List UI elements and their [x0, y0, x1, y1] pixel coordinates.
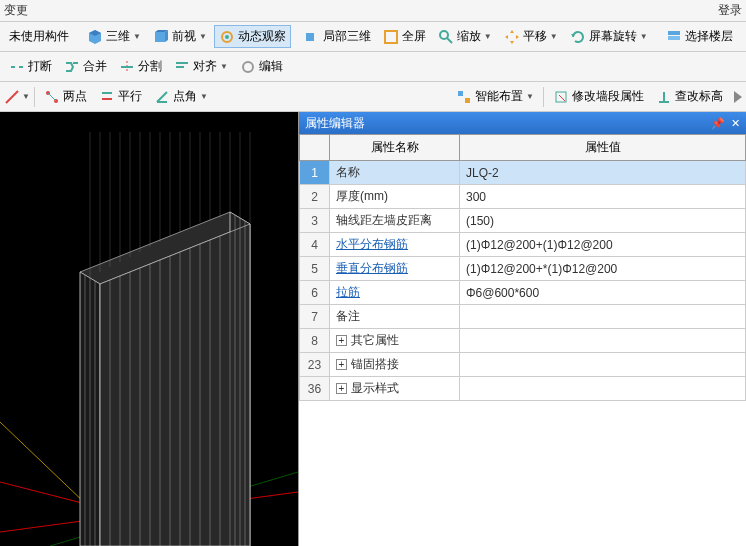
property-row[interactable]: 6拉筋Φ6@600*600 [300, 281, 746, 305]
property-row[interactable]: 2厚度(mm)300 [300, 185, 746, 209]
row-number: 5 [300, 257, 330, 281]
property-value[interactable]: (1)Φ12@200+(1)Φ12@200 [460, 233, 746, 257]
prop-name-header: 属性名称 [330, 135, 460, 161]
menu-change[interactable]: 变更 [4, 2, 28, 19]
elevation-icon [656, 89, 672, 105]
chevron-down-icon: ▼ [199, 32, 207, 41]
property-table: 属性名称 属性值 1名称JLQ-22厚度(mm)3003轴线距左墙皮距离(150… [299, 134, 746, 401]
prop-value-header: 属性值 [460, 135, 746, 161]
svg-rect-7 [668, 31, 680, 35]
close-icon[interactable]: ✕ [731, 117, 740, 130]
floor-icon [666, 29, 682, 45]
check-elevation-button[interactable]: 查改标高 [651, 85, 728, 108]
front-view-button[interactable]: 前视▼ [148, 25, 212, 48]
property-name: 轴线距左墙皮距离 [330, 209, 460, 233]
expand-icon[interactable]: + [336, 359, 347, 370]
svg-rect-23 [465, 98, 470, 103]
row-number: 8 [300, 329, 330, 353]
property-value[interactable] [460, 353, 746, 377]
draw-toolbar: ▼ 两点 平行 点角▼ 智能布置▼ 修改墙段属性 查改标高 [0, 82, 746, 112]
zoom-icon [438, 29, 454, 45]
pan-icon [504, 29, 520, 45]
unused-components-button[interactable]: 未使用构件 [4, 25, 74, 48]
split-button[interactable]: 分割 [114, 55, 167, 78]
zoom-button[interactable]: 缩放▼ [433, 25, 497, 48]
row-number: 4 [300, 233, 330, 257]
expand-arrow[interactable] [734, 91, 742, 103]
edit-toolbar: 打断 合并 分割 对齐▼ 编辑 [0, 52, 746, 82]
fullscreen-button[interactable]: 全屏 [378, 25, 431, 48]
property-value[interactable]: (1)Φ12@200+*(1)Φ12@200 [460, 257, 746, 281]
parallel-icon [99, 89, 115, 105]
svg-point-15 [243, 62, 253, 72]
main-toolbar: 未使用构件 三维▼ 前视▼ 动态观察 局部三维 全屏 缩放▼ 平移▼ 屏幕旋转▼… [0, 22, 746, 52]
chevron-down-icon: ▼ [22, 92, 30, 101]
view-3d-button[interactable]: 三维▼ [82, 25, 146, 48]
svg-rect-8 [668, 36, 680, 40]
row-number: 23 [300, 353, 330, 377]
property-row[interactable]: 23+锚固搭接 [300, 353, 746, 377]
3d-viewport[interactable] [0, 112, 298, 546]
orbit-icon [219, 29, 235, 45]
split-icon [119, 59, 135, 75]
property-name: +显示样式 [330, 377, 460, 401]
property-value[interactable] [460, 305, 746, 329]
property-row[interactable]: 3轴线距左墙皮距离(150) [300, 209, 746, 233]
expand-icon[interactable]: + [336, 383, 347, 394]
property-editor-panel: 属性编辑器 📌 ✕ 属性名称 属性值 1名称JLQ-22厚度(mm)3003轴线… [298, 112, 746, 546]
property-name: +其它属性 [330, 329, 460, 353]
point-angle-button[interactable]: 点角▼ [149, 85, 213, 108]
row-number: 7 [300, 305, 330, 329]
fullscreen-icon [383, 29, 399, 45]
property-value[interactable]: 300 [460, 185, 746, 209]
property-value[interactable] [460, 329, 746, 353]
property-value[interactable] [460, 377, 746, 401]
property-row[interactable]: 5垂直分布钢筋(1)Φ12@200+*(1)Φ12@200 [300, 257, 746, 281]
property-row[interactable]: 4水平分布钢筋(1)Φ12@200+(1)Φ12@200 [300, 233, 746, 257]
merge-icon [64, 59, 80, 75]
break-button[interactable]: 打断 [4, 55, 57, 78]
svg-rect-22 [458, 91, 463, 96]
property-name[interactable]: 水平分布钢筋 [330, 233, 460, 257]
wall-3d-model [0, 112, 298, 546]
property-row[interactable]: 8+其它属性 [300, 329, 746, 353]
align-button[interactable]: 对齐▼ [169, 55, 233, 78]
smart-layout-button[interactable]: 智能布置▼ [451, 85, 539, 108]
property-name[interactable]: 拉筋 [330, 281, 460, 305]
local-3d-button[interactable]: 局部三维 [299, 25, 376, 48]
property-value[interactable]: JLQ-2 [460, 161, 746, 185]
property-name[interactable]: 垂直分布钢筋 [330, 257, 460, 281]
chevron-down-icon: ▼ [200, 92, 208, 101]
pin-icon[interactable]: 📌 [711, 117, 725, 130]
dynamic-observe-button[interactable]: 动态观察 [214, 25, 291, 48]
separator [543, 87, 544, 107]
two-point-icon [44, 89, 60, 105]
chevron-down-icon: ▼ [133, 32, 141, 41]
property-value[interactable]: (150) [460, 209, 746, 233]
line-icon[interactable] [4, 89, 20, 105]
expand-icon[interactable]: + [336, 335, 347, 346]
edit-button[interactable]: 编辑 [235, 55, 288, 78]
top-menu-bar: 变更 登录 [0, 0, 746, 22]
merge-button[interactable]: 合并 [59, 55, 112, 78]
chevron-down-icon: ▼ [220, 62, 228, 71]
align-icon [174, 59, 190, 75]
separator [34, 87, 35, 107]
property-row[interactable]: 36+显示样式 [300, 377, 746, 401]
property-value[interactable]: Φ6@600*600 [460, 281, 746, 305]
svg-rect-3 [306, 33, 314, 41]
parallel-button[interactable]: 平行 [94, 85, 147, 108]
modify-segment-button[interactable]: 修改墙段属性 [548, 85, 649, 108]
menu-login[interactable]: 登录 [718, 2, 742, 19]
pan-button[interactable]: 平移▼ [499, 25, 563, 48]
row-number: 1 [300, 161, 330, 185]
cube-front-icon [153, 29, 169, 45]
svg-line-16 [6, 91, 18, 103]
property-name: 名称 [330, 161, 460, 185]
row-num-header [300, 135, 330, 161]
screen-rotate-button[interactable]: 屏幕旋转▼ [565, 25, 653, 48]
two-point-button[interactable]: 两点 [39, 85, 92, 108]
select-floor-button[interactable]: 选择楼层 [661, 25, 738, 48]
property-row[interactable]: 7备注 [300, 305, 746, 329]
property-row[interactable]: 1名称JLQ-2 [300, 161, 746, 185]
